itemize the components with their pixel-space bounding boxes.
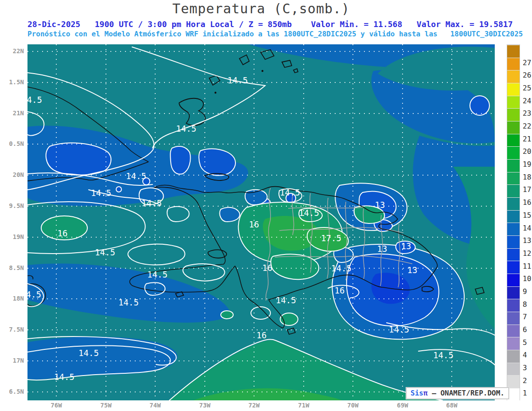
- colorbar-tick-label: 27: [523, 59, 531, 67]
- colorbar-segment: [507, 159, 520, 172]
- colorbar-segment: [507, 299, 520, 312]
- lon-tick-label: 70W: [347, 402, 358, 409]
- colorbar-tick-label: 7: [523, 313, 527, 321]
- lat-tick-label: 17N: [13, 357, 24, 364]
- contour-label: 16: [257, 330, 267, 340]
- lat-tick-label: 6.5N: [9, 388, 24, 395]
- contour-label: 13: [407, 265, 418, 275]
- colorbar-segment: [507, 223, 520, 235]
- colorbar: [507, 44, 520, 400]
- branding-sis: Sis: [411, 389, 423, 397]
- contour-label: 14.5: [433, 350, 454, 360]
- colorbar-segment: [507, 108, 520, 121]
- colorbar-segment: [507, 248, 520, 261]
- colorbar-segment: [507, 375, 520, 388]
- colorbar-segment: [507, 388, 520, 401]
- contour-label: 14.5: [141, 198, 162, 208]
- colorbar-tick-label: 12: [523, 249, 531, 258]
- colorbar-tick-label: 1: [523, 389, 527, 397]
- colorbar-segment: [507, 337, 520, 350]
- contour-label: 16: [58, 228, 68, 238]
- lat-tick-label: 21N: [13, 110, 24, 117]
- colorbar-tick-label: 6: [523, 325, 527, 334]
- contour-label: 14.5: [389, 325, 409, 334]
- colorbar-segment: [507, 184, 520, 197]
- lat-tick-label: 9.5N: [9, 202, 24, 209]
- colorbar-tick-label: 18: [523, 173, 531, 181]
- contour-label: 14.5: [95, 247, 115, 257]
- contour-label: 14.5: [54, 372, 74, 382]
- lat-tick-label: 7.5N: [9, 326, 24, 333]
- lat-tick-label: 19N: [13, 233, 24, 240]
- contour-label: 13: [401, 241, 411, 251]
- contour-label: 14.5: [176, 124, 196, 133]
- colorbar-tick-label: 17: [523, 185, 531, 194]
- contour-label: 14.5: [27, 290, 41, 299]
- colorbar-tick-label: 13: [523, 236, 531, 245]
- lon-tick-label: 75W: [100, 402, 111, 409]
- page-title: Temperatura (C,somb.): [27, 1, 495, 16]
- contour-label: 14.5: [276, 295, 296, 305]
- colorbar-tick-label: 26: [523, 71, 531, 79]
- colorbar-tick-label: 16: [523, 198, 531, 207]
- contour-label: 14.5: [91, 188, 111, 198]
- colorbar-segment: [507, 58, 520, 70]
- contour-label: 14.5: [118, 297, 139, 307]
- lon-tick-label: 76W: [51, 402, 62, 409]
- colorbar-tick-label: 8: [523, 300, 527, 309]
- contour-label: 14.5: [227, 75, 248, 85]
- contour-label: 14.5: [126, 171, 146, 181]
- colorbar-tick-label: 9: [523, 287, 527, 296]
- contour-label: 17.5: [321, 233, 341, 243]
- lat-tick-label: 8.5N: [9, 264, 24, 271]
- colorbar-segment: [507, 325, 520, 337]
- colorbar-tick-label: 14: [523, 224, 531, 232]
- colorbar-segment: [507, 172, 520, 185]
- colorbar-segment: [507, 261, 520, 274]
- contour-label: 13: [377, 244, 387, 254]
- colorbar-tick-label: 25: [523, 84, 531, 92]
- contour-label: 14.5: [27, 95, 42, 105]
- branding-badge: Sisπ – ONAMET/REP.DOM.: [406, 388, 509, 399]
- colorbar-tick-label: 19: [523, 160, 531, 168]
- header-validtime-minmax: 28-Dic-2025 1900 UTC / 3:00 pm Hora Loca…: [27, 20, 495, 29]
- colorbar-segment: [507, 96, 520, 109]
- colorbar-tick-label: 11: [523, 262, 531, 270]
- branding-pi-logo: π: [423, 389, 428, 397]
- small-cay: [215, 92, 216, 94]
- header-model-info: Pronóstico con el Modelo Atmósferico WRF…: [27, 30, 495, 38]
- latitude-axis: 22N1.5N21N0.5N20N9.5N19N8.5N18N7.5N17N6.…: [0, 44, 26, 400]
- lat-tick-label: 22N: [13, 47, 24, 55]
- colorbar-tick-label: 23: [523, 109, 531, 117]
- lat-tick-label: 0.5N: [9, 140, 24, 147]
- colorbar-tick-label: 10: [523, 274, 531, 283]
- contour-label: 13: [375, 200, 385, 210]
- colorbar-segment: [507, 210, 520, 223]
- contour-label: 14.5: [78, 348, 99, 358]
- lon-tick-label: 72W: [248, 402, 259, 409]
- colorbar-tick-label: 22: [523, 122, 531, 130]
- colorbar-tick-label: 24: [523, 97, 531, 105]
- contour-label: 16: [262, 263, 273, 273]
- colorbar-segment: [507, 146, 520, 159]
- colorbar-segment: [507, 286, 520, 299]
- colorbar-labels: 1234567891011121314151617181920212223242…: [523, 44, 532, 400]
- contour-label: 16: [249, 219, 259, 229]
- colorbar-segment: [507, 235, 520, 248]
- contour-label: 14.5: [147, 270, 168, 279]
- colorbar-segment: [507, 363, 520, 376]
- colorbar-segment: [507, 134, 520, 147]
- colorbar-tick-label: 2: [523, 376, 527, 385]
- contour-label: 16: [335, 286, 345, 295]
- colorbar-tick-label: 4: [523, 351, 527, 359]
- colorbar-segment: [507, 70, 520, 83]
- lon-tick-label: 68W: [446, 402, 457, 409]
- longitude-axis: 76W75W74W73W72W71W70W69W68W: [0, 400, 532, 411]
- colorbar-segment: [507, 350, 520, 363]
- lon-tick-label: 69W: [397, 402, 408, 409]
- lon-tick-label: 74W: [149, 402, 160, 409]
- colorbar-segment: [507, 45, 520, 58]
- colorbar-tick-label: 21: [523, 135, 531, 143]
- lat-tick-label: 20N: [13, 171, 24, 178]
- lat-tick-label: 18N: [13, 295, 24, 302]
